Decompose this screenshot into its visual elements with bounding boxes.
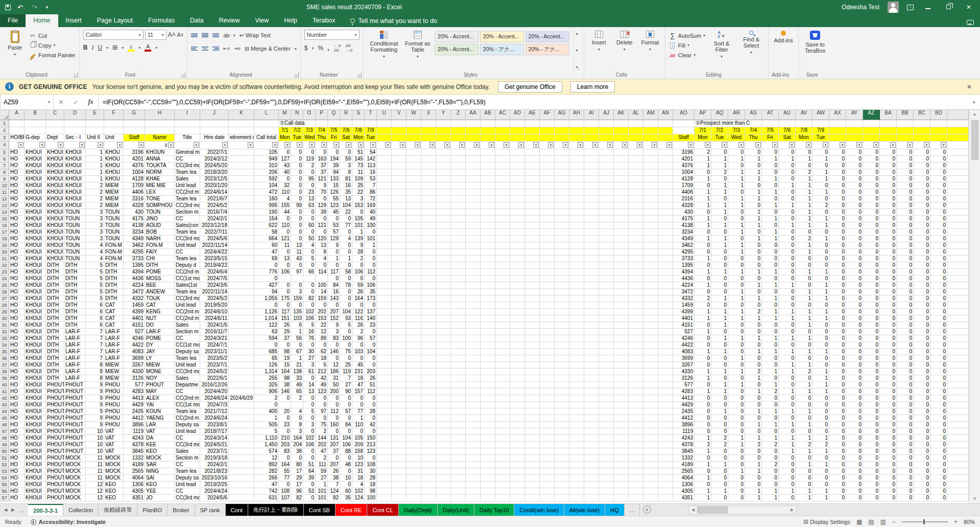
cell[interactable]: 9 [86,402,104,408]
cell[interactable] [407,196,421,202]
cell[interactable]: 2 [711,442,728,448]
cell[interactable]: 2016/11/7 [200,329,229,335]
filter-cell[interactable]: ▾ [421,142,436,149]
cell[interactable]: 11 [86,455,104,462]
cell[interactable]: 0 [695,355,711,362]
cell[interactable] [510,269,525,276]
cell[interactable]: 1 [762,236,779,242]
cell[interactable] [436,282,451,289]
cell[interactable]: 4422 [673,342,695,349]
cell[interactable]: 0 [914,415,930,422]
field-header[interactable] [555,134,569,142]
cell[interactable]: 2 [695,149,711,156]
cell[interactable] [525,262,540,269]
column-header-u[interactable]: U [377,110,392,120]
cell[interactable]: 45 [328,209,340,216]
cell[interactable]: 8 [86,375,104,382]
cell[interactable] [495,329,510,335]
cell[interactable]: KHOUI [25,249,46,256]
cell[interactable]: 10 [86,448,104,455]
cell[interactable]: Team lea [175,408,200,415]
cell[interactable]: 0 [762,209,779,216]
cell[interactable] [643,163,658,169]
cell[interactable] [658,428,673,435]
cell[interactable]: TOUN [64,236,86,242]
cell[interactable]: 104 [340,202,352,209]
cell[interactable] [377,315,392,322]
cell[interactable]: 0 [812,163,829,169]
cell[interactable]: 1 [812,169,829,176]
cell[interactable] [643,269,658,276]
cell[interactable] [555,382,569,388]
cell[interactable] [629,209,643,216]
cell[interactable] [466,282,481,289]
cell[interactable]: 155 [279,202,291,209]
cell[interactable] [495,269,510,276]
cell[interactable] [466,495,481,501]
cell[interactable]: 43 [291,256,303,262]
cell[interactable] [555,448,569,455]
row-header-54[interactable]: 54 [0,475,9,482]
cell[interactable]: 0 [930,395,947,402]
cell[interactable] [569,382,584,388]
cell[interactable]: 0 [930,402,947,408]
field-header[interactable] [658,134,673,142]
cell[interactable]: 0 [829,435,846,442]
cell[interactable]: 4412 [673,415,695,422]
column-header-ai[interactable]: AI [584,110,599,120]
cell[interactable]: HO [9,262,25,269]
cell[interactable]: PHOUT [46,495,64,501]
cell[interactable]: MIEM [104,182,124,189]
cell[interactable]: 117 [279,309,291,315]
cell[interactable]: 0 [254,276,279,282]
cell[interactable]: 0 [711,375,728,382]
cell[interactable]: 158 [352,448,365,455]
cell[interactable]: 15 [279,362,291,369]
cell[interactable]: 0 [914,149,930,156]
cell[interactable]: 4394 [673,269,695,276]
cell[interactable] [584,375,599,382]
cell[interactable]: KHOUN [145,149,175,156]
cell[interactable]: Sales [175,375,200,382]
cell[interactable]: 0 [880,262,897,269]
filter-dropdown-icon[interactable]: ▾ [907,142,913,148]
cell[interactable]: 0 [930,289,947,295]
cell[interactable] [510,462,525,468]
cell[interactable]: KHOUI [25,428,46,435]
cell[interactable]: FON-M [104,242,124,249]
cell[interactable]: 1 [695,369,711,375]
cell[interactable] [599,242,614,249]
cell[interactable] [584,388,599,395]
cell[interactable] [229,249,254,256]
cell[interactable]: 175 [279,295,291,302]
cell[interactable] [629,422,643,428]
cell[interactable]: 56 [291,335,303,342]
cell[interactable]: 0 [846,222,863,229]
cell[interactable]: DITH [104,262,124,269]
cell[interactable] [540,262,555,269]
cell[interactable] [229,355,254,362]
cell[interactable]: TOUN [104,216,124,222]
cell[interactable] [392,163,407,169]
cell[interactable]: TOUN [64,249,86,256]
row-header-27[interactable]: 27 [0,295,9,302]
cell[interactable] [629,335,643,342]
cell[interactable]: PHOUT [46,442,64,448]
cell[interactable]: PHOUT [46,462,64,468]
cell[interactable]: 0 [779,163,796,169]
cell[interactable]: 1 [812,222,829,229]
cell[interactable] [540,256,555,262]
cell[interactable]: 4201 [124,156,145,163]
cell[interactable]: 0 [880,375,897,382]
cell[interactable]: 0 [303,402,316,408]
cell[interactable] [510,302,525,309]
date-header[interactable] [510,127,525,134]
cell[interactable]: 0 [796,342,812,349]
cell[interactable]: 164 [291,435,303,442]
cell[interactable] [436,415,451,422]
cell[interactable]: TOUN [104,236,124,242]
cell[interactable] [540,276,555,282]
cell[interactable] [629,322,643,329]
cell[interactable] [392,289,407,295]
cell[interactable]: 0 [711,149,728,156]
